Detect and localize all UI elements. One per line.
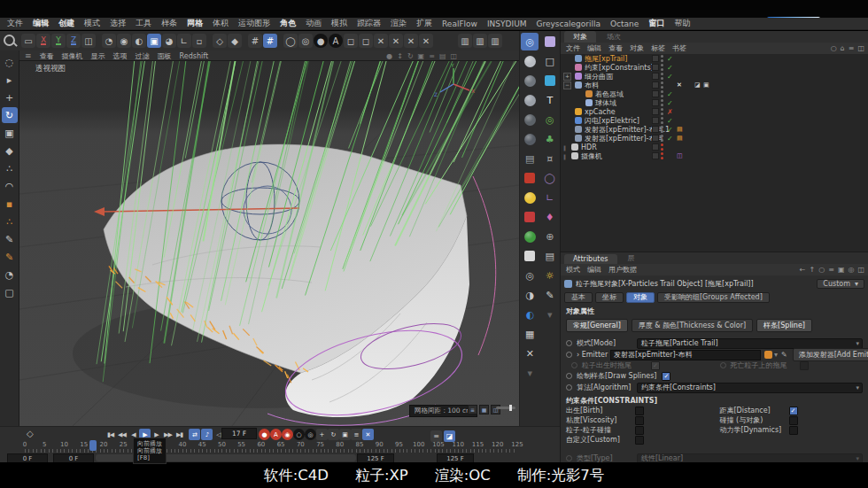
- enabled-check-icon[interactable]: ✓: [667, 99, 673, 107]
- tab-object[interactable]: 对象: [626, 292, 655, 303]
- visibility-dots[interactable]: [661, 152, 663, 159]
- visibility-dots[interactable]: [661, 81, 663, 89]
- sphere-half-icon[interactable]: ◑: [521, 286, 539, 304]
- eyedropper-icon[interactable]: ✎: [781, 351, 787, 359]
- globe-icon[interactable]: ⊕: [541, 228, 559, 245]
- expander-icon[interactable]: +: [563, 73, 571, 81]
- l-spline-icon[interactable]: ∟: [541, 189, 559, 206]
- anim-dot-icon[interactable]: [566, 373, 572, 379]
- om-search-icon[interactable]: ○: [831, 44, 837, 52]
- tab-takes[interactable]: 场次: [598, 31, 630, 43]
- menubar-item[interactable]: 模式: [84, 18, 100, 29]
- anim-dot-icon[interactable]: [566, 384, 572, 391]
- chip-general[interactable]: 常规[General]: [566, 319, 628, 332]
- om-menu-item[interactable]: 查看: [608, 43, 623, 53]
- viewport-menu-item[interactable]: 显示: [91, 51, 105, 61]
- visibility-dots[interactable]: [661, 99, 663, 106]
- axis-modify-3-button[interactable]: ✕: [404, 34, 418, 48]
- enabled-check-icon[interactable]: ✓: [667, 135, 673, 143]
- visibility-dots[interactable]: [661, 108, 663, 115]
- object-label[interactable]: 球体域: [595, 98, 616, 108]
- light-17-icon[interactable]: ☼: [541, 267, 559, 284]
- menubar-item[interactable]: 样条: [161, 18, 177, 29]
- redshift-rings-icon[interactable]: ◎: [521, 33, 539, 50]
- enabled-check-icon[interactable]: ✓: [667, 117, 673, 125]
- layer-color-box[interactable]: [652, 152, 659, 159]
- tab-groups-affected[interactable]: 受影响的组[Groups Affected]: [657, 292, 770, 303]
- add-emitter-button[interactable]: 添加发射器[Add Emitter]: [793, 348, 868, 361]
- checkbox[interactable]: [789, 426, 798, 435]
- menubar-item[interactable]: 运动图形: [238, 18, 270, 29]
- scatter-tool[interactable]: ∴: [2, 160, 18, 176]
- visibility-dots[interactable]: [661, 126, 663, 133]
- layer-color-box[interactable]: [652, 117, 659, 124]
- checkbox[interactable]: ✓: [651, 361, 660, 370]
- cluster-tool[interactable]: ∴: [2, 213, 18, 229]
- pen-icon[interactable]: ✎: [541, 286, 559, 304]
- shuffle-icon[interactable]: ✕: [521, 345, 539, 362]
- menubar-item[interactable]: 文件: [7, 18, 23, 29]
- fill-square-tool[interactable]: ▪: [2, 196, 18, 212]
- checkbox[interactable]: [635, 416, 644, 425]
- layer-color-box[interactable]: [652, 143, 659, 151]
- om-menu-item[interactable]: 文件: [566, 43, 580, 53]
- menubar-item[interactable]: 编辑: [33, 18, 49, 29]
- menubar-item[interactable]: 模拟: [331, 18, 347, 29]
- checkbox[interactable]: [635, 426, 644, 435]
- emitter-input[interactable]: 发射器[xpEmitter]-布料: [610, 350, 761, 360]
- menubar-item[interactable]: 扩展: [416, 18, 432, 29]
- om-menu-item[interactable]: 书签: [672, 43, 686, 53]
- vp-layout-icon[interactable]: ◫: [450, 52, 457, 60]
- layer-color-box[interactable]: [652, 81, 659, 89]
- record-position-button[interactable]: +: [316, 429, 328, 440]
- vp-pan-icon[interactable]: ↕: [397, 52, 403, 60]
- enabled-check-icon[interactable]: ✓: [667, 73, 673, 81]
- menubar-item[interactable]: 动画: [306, 18, 322, 29]
- object-label[interactable]: xpCache: [585, 108, 616, 116]
- om-layout-icon[interactable]: ◫: [857, 44, 864, 52]
- vp-filter-mini-icon[interactable]: ≡: [468, 405, 477, 414]
- move-tool[interactable]: +: [2, 89, 18, 105]
- material-max-icon[interactable]: [521, 111, 539, 128]
- more-icon[interactable]: ▾: [541, 306, 559, 323]
- shading-sphere-button[interactable]: ◐: [132, 34, 146, 48]
- live-selection-tool[interactable]: ◌: [2, 54, 18, 70]
- goto-start-button[interactable]: ▮◀: [105, 429, 116, 440]
- material-blend-icon[interactable]: [521, 130, 539, 148]
- checkbox[interactable]: [635, 436, 644, 445]
- object-row[interactable]: +细分曲面✓: [561, 72, 868, 81]
- object-tag-icon[interactable]: ◪: [694, 81, 701, 89]
- floor-icon[interactable]: [521, 247, 539, 265]
- object-row[interactable]: ‖HDR: [561, 143, 868, 151]
- menubar-item[interactable]: RealFlow: [442, 19, 477, 28]
- preset-dropdown[interactable]: Custom▾: [817, 279, 864, 289]
- layer-color-box[interactable]: [652, 108, 659, 115]
- object-label[interactable]: 摄像机: [581, 151, 602, 161]
- anim-dot-icon[interactable]: [566, 340, 572, 346]
- keyframe-selection-button[interactable]: ○: [293, 429, 305, 440]
- menubar-item[interactable]: INSYDIUM: [487, 19, 527, 28]
- material-sphere-icon[interactable]: [521, 52, 539, 70]
- checkbox[interactable]: [800, 361, 809, 370]
- scale-tool[interactable]: ▣: [2, 125, 18, 141]
- object-row[interactable]: xpCache✗: [561, 107, 868, 116]
- attr-settings-icon[interactable]: ◎: [848, 266, 854, 274]
- axis-modify-2-button[interactable]: ✕: [389, 34, 403, 48]
- om-menu-item[interactable]: 对象: [630, 43, 644, 53]
- attr-lock-icon[interactable]: ▣: [838, 266, 845, 274]
- sound-scrub-button[interactable]: ♪: [201, 429, 213, 440]
- menubar-item[interactable]: 跟踪器: [357, 18, 381, 29]
- enabled-check-icon[interactable]: ✓: [667, 126, 673, 134]
- viewport-a-button[interactable]: A: [329, 34, 343, 48]
- tab-attributes[interactable]: Attributes: [564, 254, 617, 264]
- axis-x-lock-button[interactable]: X: [36, 34, 50, 48]
- record-pla-button[interactable]: ≡: [351, 429, 362, 440]
- rotate-tool[interactable]: ↻: [2, 107, 18, 123]
- menubar-item[interactable]: 角色: [280, 18, 296, 29]
- layer-color-box[interactable]: [652, 64, 659, 71]
- grid-snap-button[interactable]: #: [248, 34, 262, 48]
- om-home-icon[interactable]: ⌂: [841, 44, 845, 52]
- field-icon[interactable]: ◎: [541, 111, 559, 128]
- environment-icon[interactable]: [521, 228, 539, 245]
- object-tag-icon[interactable]: ▤: [677, 126, 683, 133]
